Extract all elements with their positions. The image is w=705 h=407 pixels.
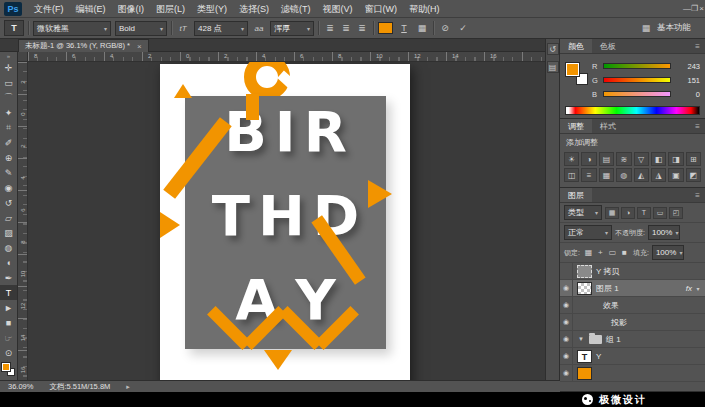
healing-brush-tool[interactable]: ⊕: [0, 150, 18, 165]
adjustment-icon[interactable]: ▦: [599, 168, 614, 182]
tab-layers[interactable]: 图层: [560, 188, 592, 202]
zoom-level[interactable]: 36.09%: [8, 382, 33, 391]
vertical-ruler[interactable]: 20246810121416: [18, 62, 28, 380]
pen-tool[interactable]: ✒: [0, 270, 18, 285]
document-tab[interactable]: 未标题-1 @ 36.1% (Y, RGB/8) * ×: [18, 39, 149, 52]
blur-tool[interactable]: ◍: [0, 240, 18, 255]
adjustment-icon[interactable]: ◫: [564, 168, 579, 182]
layer-filter-select[interactable]: 类型 ▾: [564, 205, 602, 220]
foreground-color-swatch[interactable]: [2, 363, 10, 371]
clone-stamp-tool[interactable]: ◉: [0, 180, 18, 195]
type-tool[interactable]: T: [0, 285, 18, 300]
cancel-edits-icon[interactable]: ⊘: [438, 23, 452, 33]
history-panel-icon[interactable]: ↺: [547, 43, 559, 55]
expand-group-icon[interactable]: ▼: [577, 336, 585, 342]
effects-row[interactable]: ◉ 效果: [560, 297, 705, 314]
minimize-button[interactable]: —: [683, 0, 691, 18]
type-tool-preset-icon[interactable]: T: [4, 20, 24, 36]
menu-item[interactable]: 文件(F): [28, 0, 70, 18]
color-spectrum-bar[interactable]: [565, 106, 700, 115]
layer-effects-icon[interactable]: fx: [686, 284, 692, 293]
lock-icon[interactable]: ■: [619, 247, 630, 258]
visibility-toggle[interactable]: ◉: [560, 280, 573, 296]
eyedropper-tool[interactable]: ✐: [0, 135, 18, 150]
close-tab-icon[interactable]: ×: [137, 42, 142, 51]
tab-swatches[interactable]: 色板: [592, 39, 624, 53]
brush-tool[interactable]: ✎: [0, 165, 18, 180]
visibility-toggle[interactable]: ◉: [560, 348, 573, 364]
layer-filter-icon[interactable]: ◰: [669, 207, 683, 219]
text-layer-thumbnail[interactable]: T: [577, 350, 592, 363]
ruler-origin-corner[interactable]: [18, 52, 28, 62]
menu-item[interactable]: 帮助(H): [403, 0, 446, 18]
visibility-toggle[interactable]: ◉: [560, 314, 573, 330]
foreground-background-swatches[interactable]: [2, 363, 15, 376]
text-color-swatch[interactable]: [378, 22, 393, 34]
adjustment-icon[interactable]: ◧: [651, 152, 666, 166]
color-panel-swatches[interactable]: [566, 63, 588, 85]
properties-panel-icon[interactable]: ▤: [547, 61, 559, 73]
warp-text-icon[interactable]: T: [397, 23, 411, 33]
adjustment-icon[interactable]: ◮: [651, 168, 666, 182]
align-center-icon[interactable]: ≣: [339, 23, 353, 33]
font-family-select[interactable]: 微软雅黑 ▾: [33, 21, 111, 36]
align-right-icon[interactable]: ≣: [355, 23, 369, 33]
status-arrow-icon[interactable]: ▸: [126, 383, 130, 391]
eraser-tool[interactable]: ▱: [0, 210, 18, 225]
history-brush-tool[interactable]: ↺: [0, 195, 18, 210]
canvas-area[interactable]: BIR THD AY: [28, 62, 545, 380]
channel-slider[interactable]: [603, 77, 671, 83]
path-select-tool[interactable]: ►: [0, 300, 18, 315]
channel-value[interactable]: 151: [680, 76, 700, 85]
layer-thumbnail[interactable]: [577, 282, 592, 295]
commit-edits-icon[interactable]: ✓: [456, 23, 470, 33]
collapse-toolbar-icon[interactable]: »: [7, 52, 10, 60]
menu-item[interactable]: 选择(S): [233, 0, 275, 18]
move-tool[interactable]: ✛: [0, 60, 18, 75]
toggle-panels-icon[interactable]: ▦: [415, 23, 429, 33]
zoom-tool[interactable]: ⊙: [0, 345, 18, 360]
adjustment-icon[interactable]: ≋: [616, 152, 631, 166]
adjustment-icon[interactable]: ▽: [634, 152, 649, 166]
marquee-tool[interactable]: ▭: [0, 75, 18, 90]
layer-filter-icon[interactable]: ▭: [653, 207, 667, 219]
panel-menu-icon[interactable]: ≡: [695, 39, 705, 53]
menu-item[interactable]: 图层(L): [150, 0, 191, 18]
tab-color[interactable]: 颜色: [560, 39, 592, 53]
layer-row[interactable]: Y 拷贝: [560, 263, 705, 280]
workspace-switcher[interactable]: ▦ 基本功能: [639, 22, 701, 34]
gradient-tool[interactable]: ▨: [0, 225, 18, 240]
visibility-toggle[interactable]: ◉: [560, 365, 573, 381]
font-size-select[interactable]: 428 点 ▾: [194, 21, 248, 36]
opacity-select[interactable]: 100% ▾: [648, 225, 680, 240]
panel-menu-icon[interactable]: ≡: [695, 119, 705, 133]
adjustment-icon[interactable]: ☀: [564, 152, 579, 166]
tab-styles[interactable]: 样式: [592, 119, 624, 133]
fill-select[interactable]: 100% ▾: [652, 245, 684, 260]
adjustment-icon[interactable]: ⊞: [686, 152, 701, 166]
channel-value[interactable]: 243: [680, 62, 700, 71]
layer-filter-icon[interactable]: ◑: [621, 207, 635, 219]
adjustment-icon[interactable]: ◍: [616, 168, 631, 182]
layer-thumbnail[interactable]: [577, 367, 592, 380]
dodge-tool[interactable]: ◖: [0, 255, 18, 270]
channel-slider[interactable]: [603, 91, 671, 97]
horizontal-ruler[interactable]: 86420246810121416: [28, 52, 545, 62]
lock-icon[interactable]: +: [595, 247, 606, 258]
panel-menu-icon[interactable]: ≡: [695, 188, 705, 202]
adjustment-icon[interactable]: ◑: [581, 152, 596, 166]
visibility-toggle[interactable]: ◉: [560, 331, 573, 347]
group-row[interactable]: ◉ ▼ 组 1: [560, 331, 705, 348]
menu-item[interactable]: 图像(I): [112, 0, 151, 18]
adjustment-icon[interactable]: ▤: [599, 152, 614, 166]
menu-item[interactable]: 窗口(W): [359, 0, 404, 18]
adjustment-icon[interactable]: ◭: [634, 168, 649, 182]
artboard-page[interactable]: BIR THD AY: [160, 64, 410, 380]
align-left-icon[interactable]: ≣: [323, 23, 337, 33]
channel-slider[interactable]: [603, 63, 671, 69]
lock-icon[interactable]: ▭: [607, 247, 618, 258]
text-layer-row[interactable]: ◉ T Y: [560, 348, 705, 365]
hand-tool[interactable]: ☞: [0, 330, 18, 345]
adjustment-icon[interactable]: ≡: [581, 168, 596, 182]
menu-item[interactable]: 滤镜(T): [275, 0, 317, 18]
